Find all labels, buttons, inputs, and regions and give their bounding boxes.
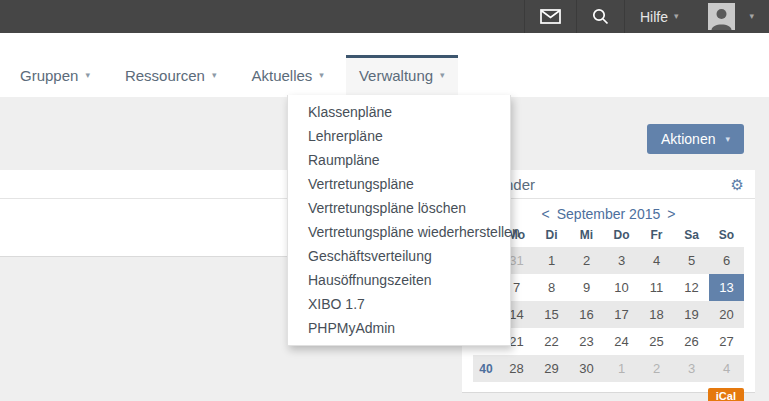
day-cell[interactable]: 12 xyxy=(674,274,709,301)
envelope-icon xyxy=(540,9,561,24)
calendar-week-row: 39 21222324252627 xyxy=(473,328,744,355)
help-label: Hilfe xyxy=(640,9,668,25)
calendar-week-row: 40 2829301234 xyxy=(473,355,744,382)
chevron-down-icon xyxy=(674,12,679,21)
search-button[interactable] xyxy=(576,0,624,33)
dropdown-item-haus-ffnungszeiten[interactable]: Hausöffnungszeiten xyxy=(288,268,510,292)
calendar-week-row: 78910111213 xyxy=(473,274,744,301)
day-cell[interactable]: 2 xyxy=(639,355,674,382)
day-header-do: Do xyxy=(604,225,639,247)
main-navbar: Gruppen Ressourcen Aktuelles Verwaltung xyxy=(0,33,769,97)
dropdown-item-vertretungspl-ne-l-schen[interactable]: Vertretungspläne löschen xyxy=(288,196,510,220)
prev-month-button[interactable]: < xyxy=(542,206,550,222)
verwaltung-dropdown: Klassenpläne Lehrerpläne Raumpläne Vertr… xyxy=(287,95,511,346)
help-menu[interactable]: Hilfe xyxy=(624,0,694,33)
dropdown-item-gesch-ftsverteilung[interactable]: Geschäftsverteilung xyxy=(288,244,510,268)
day-cell[interactable]: 23 xyxy=(569,328,604,355)
nav-item-label: Ressourcen xyxy=(125,67,205,84)
day-cell[interactable]: 24 xyxy=(604,328,639,355)
user-menu[interactable] xyxy=(693,0,769,33)
nav-item-verwaltung[interactable]: Verwaltung xyxy=(346,55,458,97)
dropdown-item-phpmyadmin[interactable]: PHPMyAdmin xyxy=(288,316,510,340)
dropdown-item-lehrerpl-ne[interactable]: Lehrerpläne xyxy=(288,124,510,148)
search-icon xyxy=(592,8,609,25)
week-number: 40 xyxy=(473,355,499,382)
nav-item-aktuelles[interactable]: Aktuelles xyxy=(238,55,336,97)
ical-button[interactable]: iCal xyxy=(708,388,744,401)
day-header-mi: Mi xyxy=(569,225,604,247)
calendar-body: 31123456 78910111213 14151617181920 39 2… xyxy=(473,247,744,382)
nav-item-ressourcen[interactable]: Ressourcen xyxy=(112,55,230,97)
day-cell[interactable]: 16 xyxy=(569,301,604,328)
day-cell[interactable]: 26 xyxy=(674,328,709,355)
next-month-button[interactable]: > xyxy=(667,206,675,222)
mail-button[interactable] xyxy=(524,0,576,33)
chevron-down-icon xyxy=(85,71,90,80)
day-header-so: So xyxy=(709,225,744,247)
day-cell[interactable]: 9 xyxy=(569,274,604,301)
day-cell[interactable]: 3 xyxy=(674,355,709,382)
day-cell[interactable]: 1 xyxy=(604,355,639,382)
dropdown-item-klassenpl-ne[interactable]: Klassenpläne xyxy=(288,100,510,124)
day-cell[interactable]: 20 xyxy=(709,301,744,328)
day-cell[interactable]: 25 xyxy=(639,328,674,355)
dropdown-item-vertretungspl-ne[interactable]: Vertretungspläne xyxy=(288,172,510,196)
chevron-down-icon xyxy=(725,135,730,144)
nav-item-label: Verwaltung xyxy=(359,67,433,84)
day-cell[interactable]: 27 xyxy=(709,328,744,355)
calendar-week-row: 14151617181920 xyxy=(473,301,744,328)
day-header-sa: Sa xyxy=(674,225,709,247)
chevron-down-icon xyxy=(749,12,754,21)
day-header-fr: Fr xyxy=(639,225,674,247)
day-cell[interactable]: 18 xyxy=(639,301,674,328)
day-cell[interactable]: 22 xyxy=(534,328,569,355)
chevron-down-icon xyxy=(319,71,324,80)
day-cell[interactable]: 15 xyxy=(534,301,569,328)
day-cell[interactable]: 5 xyxy=(674,247,709,274)
gear-icon[interactable] xyxy=(731,177,744,192)
day-cell-selected[interactable]: 13 xyxy=(709,274,744,301)
actions-button-label: Aktionen xyxy=(661,131,715,147)
person-icon xyxy=(709,5,734,30)
day-cell[interactable]: 11 xyxy=(639,274,674,301)
day-cell[interactable]: 4 xyxy=(639,247,674,274)
day-cell[interactable]: 2 xyxy=(569,247,604,274)
day-header-di: Di xyxy=(534,225,569,247)
chevron-down-icon xyxy=(212,71,217,80)
calendar-grid: MoDiMiDoFrSaSo 31123456 78910111213 1415… xyxy=(473,225,744,382)
nav-row: Gruppen Ressourcen Aktuelles Verwaltung xyxy=(7,55,467,97)
month-label: September 2015 xyxy=(557,206,661,222)
calendar-footer: iCal xyxy=(462,382,755,401)
day-cell[interactable]: 6 xyxy=(709,247,744,274)
nav-item-label: Aktuelles xyxy=(251,67,312,84)
actions-button[interactable]: Aktionen xyxy=(647,124,744,154)
day-cell[interactable]: 1 xyxy=(534,247,569,274)
nav-item-label: Gruppen xyxy=(20,67,78,84)
dropdown-item-raumpl-ne[interactable]: Raumpläne xyxy=(288,148,510,172)
day-cell[interactable]: 8 xyxy=(534,274,569,301)
calendar-week-row: 31123456 xyxy=(473,247,744,274)
day-cell[interactable]: 28 xyxy=(499,355,534,382)
day-cell[interactable]: 30 xyxy=(569,355,604,382)
day-cell[interactable]: 29 xyxy=(534,355,569,382)
dropdown-item-xibo-1-7[interactable]: XIBO 1.7 xyxy=(288,292,510,316)
nav-item-gruppen[interactable]: Gruppen xyxy=(7,55,103,97)
topbar: Hilfe xyxy=(0,0,769,33)
day-cell[interactable]: 3 xyxy=(604,247,639,274)
avatar xyxy=(708,3,735,30)
dropdown-item-vertretungspl-ne-wiederherstellen[interactable]: Vertretungspläne wiederherstellen xyxy=(288,220,510,244)
day-cell[interactable]: 4 xyxy=(709,355,744,382)
day-cell[interactable]: 19 xyxy=(674,301,709,328)
chevron-down-icon xyxy=(440,71,445,80)
day-cell[interactable]: 10 xyxy=(604,274,639,301)
day-cell[interactable]: 17 xyxy=(604,301,639,328)
